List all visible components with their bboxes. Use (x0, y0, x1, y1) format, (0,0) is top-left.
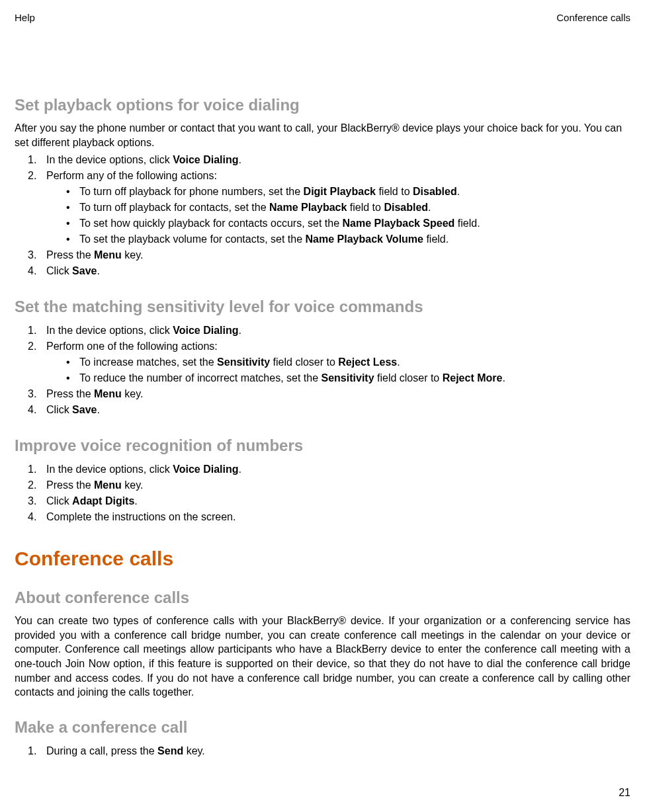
section-heading-improve-recognition: Improve voice recognition of numbers (15, 436, 630, 455)
step-item: In the device options, click Voice Diali… (28, 323, 630, 339)
steps-list: In the device options, click Voice Diali… (15, 152, 630, 279)
section-heading-playback-options: Set playback options for voice dialing (15, 96, 630, 114)
step-item: In the device options, click Voice Diali… (28, 462, 630, 477)
header-right: Conference calls (556, 12, 630, 23)
section-heading-about-conference: About conference calls (15, 589, 630, 607)
step-item: Press the Menu key. (28, 477, 630, 493)
bullet-item: To set the playback volume for contacts,… (66, 231, 630, 247)
step-item: During a call, press the Send key. (28, 743, 630, 759)
step-item: Press the Menu key. (28, 386, 630, 402)
step-item: In the device options, click Voice Diali… (28, 152, 630, 168)
step-item: Click Adapt Digits. (28, 493, 630, 509)
intro-paragraph: After you say the phone number or contac… (15, 121, 630, 149)
bullet-item: To reduce the number of incorrect matche… (66, 370, 630, 386)
sub-bullets: To turn off playback for phone numbers, … (46, 184, 630, 247)
step-item: Complete the instructions on the screen. (28, 509, 630, 525)
steps-list: In the device options, click Voice Diali… (15, 323, 630, 418)
step-item: Press the Menu key. (28, 247, 630, 263)
step-item: Click Save. (28, 402, 630, 418)
steps-list: During a call, press the Send key. (15, 743, 630, 759)
steps-list: In the device options, click Voice Diali… (15, 462, 630, 525)
about-conference-paragraph: You can create two types of conference c… (15, 614, 630, 700)
bullet-item: To increase matches, set the Sensitivity… (66, 354, 630, 370)
section-heading-sensitivity: Set the matching sensitivity level for v… (15, 298, 630, 316)
step-item: Perform one of the following actions: To… (28, 339, 630, 386)
step-item: Click Save. (28, 263, 630, 279)
step-item: Perform any of the following actions: To… (28, 168, 630, 247)
bullet-item: To set how quickly playback for contacts… (66, 216, 630, 231)
bullet-item: To turn off playback for contacts, set t… (66, 200, 630, 216)
page-header: Help Conference calls (15, 12, 630, 23)
bullet-item: To turn off playback for phone numbers, … (66, 184, 630, 200)
chapter-heading-conference-calls: Conference calls (15, 548, 630, 570)
sub-bullets: To increase matches, set the Sensitivity… (46, 354, 630, 386)
page-number: 21 (619, 787, 630, 799)
section-heading-make-conference: Make a conference call (15, 718, 630, 737)
header-left: Help (15, 12, 35, 23)
